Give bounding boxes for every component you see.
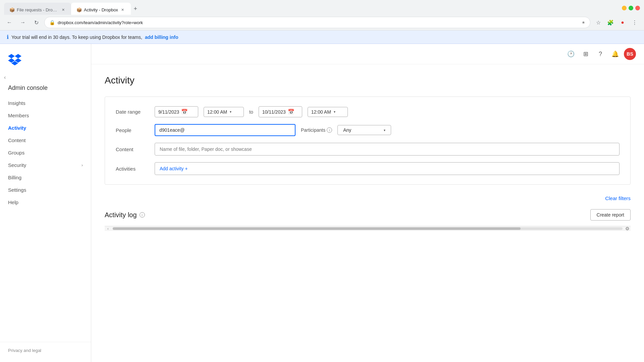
activity-log-title-container: Activity log i — [105, 211, 145, 219]
insights-label: Insights — [8, 100, 25, 106]
to-separator: to — [249, 109, 253, 115]
sidebar-item-billing[interactable]: Billing — [0, 171, 91, 184]
activity-log-info-icon[interactable]: i — [140, 212, 145, 218]
content-row: Content — [116, 143, 620, 156]
activity-label: Activity — [8, 125, 26, 131]
activity-log-title-text: Activity log — [105, 211, 137, 219]
activities-label: Activities — [116, 166, 149, 172]
chevron-down-icon: ▾ — [384, 128, 385, 132]
activities-row: Activities Add activity + — [116, 162, 620, 175]
clock-icon-button[interactable]: 🕐 — [565, 48, 577, 60]
apps-grid-icon-button[interactable]: ⊞ — [580, 48, 592, 60]
main-content: Activity Date range 9/11/2023 📅 12:00 AM… — [91, 64, 644, 362]
trial-banner: ℹ Your trial will end in 30 days. To kee… — [0, 31, 644, 44]
sidebar-item-help[interactable]: Help — [0, 196, 91, 208]
sidebar-back-arrow[interactable]: ‹ — [4, 74, 6, 80]
horizontal-scrollbar[interactable]: ‹ ⚙ — [105, 226, 631, 231]
extensions-button[interactable]: 🧩 — [605, 17, 616, 28]
menu-button[interactable]: ⋮ — [629, 17, 640, 28]
tab-title: File requests - Dropbox — [17, 7, 59, 12]
dropbox-logo-icon — [8, 54, 21, 65]
sidebar-logo[interactable] — [0, 51, 91, 74]
date-range-row: Date range 9/11/2023 📅 12:00 AM ▾ to 10/… — [116, 106, 620, 117]
content-label: Content — [8, 137, 26, 143]
notifications-icon-button[interactable]: 🔔 — [609, 48, 621, 60]
scroll-track[interactable] — [113, 227, 623, 230]
filter-card: Date range 9/11/2023 📅 12:00 AM ▾ to 10/… — [105, 97, 631, 185]
content-input[interactable] — [155, 143, 620, 156]
people-row: People Participants i Any ▾ — [116, 124, 620, 136]
back-button[interactable]: ← — [4, 17, 15, 28]
chevron-down-icon: ▾ — [230, 110, 231, 114]
main-header: 🕐 ⊞ ? 🔔 BS — [91, 44, 644, 64]
any-value: Any — [343, 127, 351, 133]
address-text: dropbox.com/team/admin/activity?role=wor… — [58, 20, 579, 25]
browser-chrome: 📦 File requests - Dropbox ✕ 📦 Activity -… — [0, 0, 644, 31]
sidebar-item-insights[interactable]: Insights — [0, 97, 91, 109]
end-date-value: 10/11/2023 — [262, 109, 286, 115]
page-title: Activity — [105, 75, 631, 86]
sidebar-item-groups[interactable]: Groups — [0, 146, 91, 159]
security-label: Security — [8, 162, 26, 168]
sidebar-item-content[interactable]: Content — [0, 134, 91, 146]
tab-title: Activity - Dropbox — [84, 7, 118, 12]
address-bar[interactable]: 🔒 dropbox.com/team/admin/activity?role=w… — [44, 17, 590, 28]
bookmark-button[interactable]: ☆ — [593, 17, 604, 28]
groups-label: Groups — [8, 150, 24, 156]
tab-favicon: 📦 — [9, 7, 15, 12]
sidebar-footer: Privacy and legal — [0, 342, 91, 358]
sidebar-item-activity[interactable]: Activity — [0, 122, 91, 134]
settings-icon-button[interactable]: ⚙ — [624, 226, 631, 231]
participants-label: Participants i — [301, 127, 332, 133]
maximize-button[interactable] — [629, 6, 633, 10]
end-time-value: 12:00 AM — [311, 109, 331, 115]
people-input[interactable] — [155, 124, 296, 136]
new-tab-button[interactable]: + — [131, 4, 140, 13]
help-label: Help — [8, 199, 18, 205]
create-report-button[interactable]: Create report — [590, 209, 631, 221]
end-time-select[interactable]: 12:00 AM ▾ — [308, 107, 348, 117]
tabs-container: 📦 File requests - Dropbox ✕ 📦 Activity -… — [4, 3, 140, 15]
close-window-button[interactable] — [635, 6, 640, 10]
tab-favicon: 📦 — [76, 7, 82, 12]
scroll-thumb[interactable] — [113, 227, 521, 230]
minimize-button[interactable] — [622, 6, 627, 10]
scroll-left-button[interactable]: ‹ — [105, 226, 111, 231]
privacy-legal-link[interactable]: Privacy and legal — [8, 348, 41, 353]
tab-activity[interactable]: 📦 Activity - Dropbox ✕ — [71, 3, 131, 15]
user-avatar[interactable]: BS — [624, 48, 636, 60]
participants-info-icon[interactable]: i — [327, 127, 332, 133]
people-label: People — [116, 127, 149, 133]
members-label: Members — [8, 113, 29, 118]
scroll-container: ‹ ⚙ — [105, 226, 631, 231]
tab-close-button[interactable]: ✕ — [120, 7, 125, 12]
chevron-down-icon: ▾ — [334, 110, 335, 114]
main-area: 🕐 ⊞ ? 🔔 BS Activity Date range 9/11/2023… — [91, 44, 644, 362]
sidebar-item-members[interactable]: Members — [0, 109, 91, 122]
activity-log-section: Activity log i Create report — [105, 209, 631, 221]
start-date-input[interactable]: 9/11/2023 📅 — [155, 106, 198, 117]
sidebar-item-settings[interactable]: Settings — [0, 184, 91, 196]
clear-filters-button[interactable]: Clear filters — [605, 195, 631, 201]
add-activity-button[interactable]: Add activity + — [160, 166, 188, 171]
start-time-select[interactable]: 12:00 AM ▾ — [204, 107, 244, 117]
sidebar-item-security[interactable]: Security › — [0, 159, 91, 171]
billing-label: Billing — [8, 175, 21, 180]
start-time-value: 12:00 AM — [207, 109, 227, 115]
tab-file-requests[interactable]: 📦 File requests - Dropbox ✕ — [4, 3, 71, 15]
add-billing-link[interactable]: add billing info — [145, 35, 178, 40]
browser-tabs-bar: 📦 File requests - Dropbox ✕ 📦 Activity -… — [0, 0, 644, 15]
content-filter-label: Content — [116, 146, 149, 152]
profile-button[interactable]: ● — [617, 17, 628, 28]
activities-field[interactable]: Add activity + — [155, 162, 620, 175]
reload-button[interactable]: ↻ — [31, 17, 42, 28]
info-icon: ℹ — [7, 34, 9, 40]
help-icon-button[interactable]: ? — [594, 48, 606, 60]
settings-label: Settings — [8, 187, 26, 193]
tab-close-button[interactable]: ✕ — [61, 7, 66, 12]
chevron-right-icon: › — [82, 163, 83, 168]
any-select[interactable]: Any ▾ — [337, 125, 391, 135]
forward-button[interactable]: → — [17, 17, 28, 28]
calendar-icon: 📅 — [288, 109, 294, 115]
end-date-input[interactable]: 10/11/2023 📅 — [259, 106, 302, 117]
